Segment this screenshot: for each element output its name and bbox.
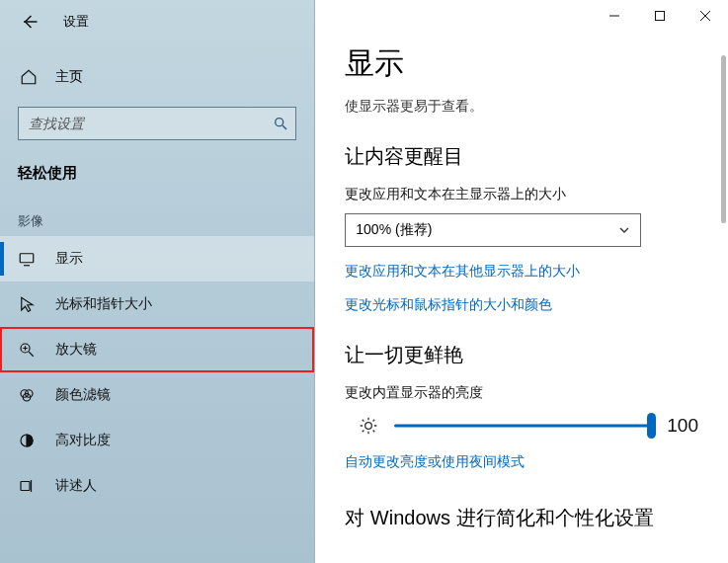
- section-brighter: 让一切更鲜艳: [345, 342, 698, 368]
- cursor-icon: [18, 295, 38, 313]
- home-nav[interactable]: 主页: [0, 55, 314, 99]
- maximize-button[interactable]: [637, 0, 683, 32]
- svg-rect-1: [20, 254, 34, 263]
- svg-rect-8: [656, 12, 665, 21]
- main-content: 显示 使显示器更易于查看。 让内容更醒目 更改应用和文本在主显示器上的大小 10…: [315, 0, 728, 563]
- magnifier-icon: [18, 341, 38, 359]
- sidebar-item-label: 光标和指针大小: [55, 295, 152, 313]
- group-label-video: 影像: [0, 191, 314, 236]
- monitor-icon: [18, 250, 38, 268]
- svg-point-9: [365, 423, 372, 430]
- page-title: 显示: [345, 43, 698, 84]
- sidebar-item-label: 颜色滤镜: [55, 386, 111, 404]
- scale-dropdown[interactable]: 100% (推荐): [345, 213, 641, 247]
- sidebar-item-label: 高对比度: [55, 432, 111, 449]
- link-other-displays[interactable]: 更改应用和文本在其他显示器上的大小: [345, 263, 580, 281]
- sidebar-item-display[interactable]: 显示: [0, 236, 314, 282]
- sidebar: 设置 主页 轻松使用 影像 显示: [0, 0, 315, 563]
- window-controls: [592, 0, 728, 32]
- section-ease-of-access: 轻松使用: [0, 156, 314, 191]
- chevron-down-icon: [618, 224, 630, 236]
- link-night-light[interactable]: 自动更改亮度或使用夜间模式: [345, 453, 525, 471]
- svg-rect-7: [21, 482, 30, 491]
- section-make-bigger: 让内容更醒目: [345, 143, 698, 170]
- sidebar-item-high-contrast[interactable]: 高对比度: [0, 418, 314, 463]
- sidebar-item-narrator[interactable]: 讲述人: [0, 463, 314, 509]
- sidebar-nav: 显示 光标和指针大小 放大镜 颜色滤镜: [0, 236, 314, 509]
- search-input[interactable]: [18, 107, 296, 140]
- search-box[interactable]: [18, 107, 296, 140]
- scale-label: 更改应用和文本在主显示器上的大小: [345, 186, 698, 203]
- home-label: 主页: [55, 68, 83, 86]
- link-cursor-size[interactable]: 更改光标和鼠标指针的大小和颜色: [345, 296, 552, 314]
- dropdown-value: 100% (推荐): [356, 221, 432, 239]
- section-simplify: 对 Windows 进行简化和个性化设置: [345, 505, 698, 531]
- brightness-label: 更改内置显示器的亮度: [345, 384, 698, 402]
- window-title: 设置: [63, 13, 89, 31]
- sidebar-item-label: 放大镜: [55, 341, 97, 359]
- close-button[interactable]: [683, 0, 728, 32]
- search-icon: [273, 116, 288, 131]
- sidebar-item-label: 讲述人: [55, 477, 97, 495]
- sidebar-item-color-filters[interactable]: 颜色滤镜: [0, 372, 314, 418]
- back-icon[interactable]: [20, 12, 40, 32]
- slider-thumb[interactable]: [647, 413, 656, 439]
- sun-icon: [359, 416, 378, 436]
- brightness-value: 100: [667, 415, 698, 437]
- sidebar-item-label: 显示: [55, 250, 83, 268]
- brightness-slider[interactable]: [394, 414, 651, 438]
- sidebar-item-magnifier[interactable]: 放大镜: [0, 327, 314, 372]
- home-icon: [20, 68, 38, 86]
- brightness-row: 100: [345, 414, 698, 438]
- titlebar: 设置: [0, 0, 314, 43]
- minimize-button[interactable]: [592, 0, 637, 32]
- color-filter-icon: [18, 386, 38, 404]
- narrator-icon: [18, 477, 38, 495]
- scrollbar[interactable]: [721, 55, 726, 223]
- page-subtitle: 使显示器更易于查看。: [345, 98, 698, 116]
- svg-point-0: [276, 119, 283, 126]
- contrast-icon: [18, 432, 38, 449]
- sidebar-item-cursor[interactable]: 光标和指针大小: [0, 282, 314, 327]
